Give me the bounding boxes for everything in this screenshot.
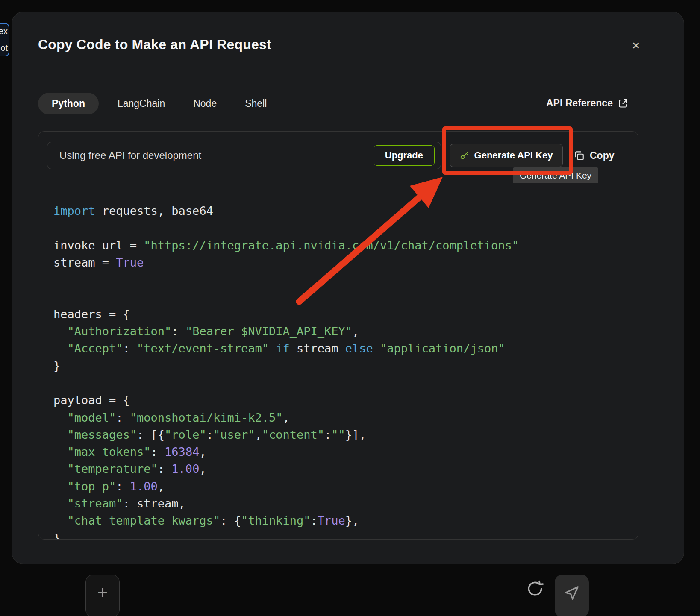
regenerate-button[interactable]	[524, 578, 546, 600]
close-icon: ×	[632, 38, 640, 53]
code-line: headers = {	[53, 306, 519, 323]
code-line: "messages": [{"role":"user","content":""…	[53, 426, 519, 443]
code-line	[53, 220, 519, 237]
code-line: "stream": stream,	[53, 495, 519, 512]
code-line: "chat_template_kwargs": {"thinking":True…	[53, 512, 519, 529]
code-line: "max_tokens": 16384,	[53, 443, 519, 461]
code-line: "temperature": 1.00,	[53, 461, 519, 478]
code-line: }	[53, 530, 519, 540]
code-line: payload = {	[53, 392, 519, 409]
background-text-fragment-2: ot	[0, 43, 8, 53]
tab-node[interactable]: Node	[184, 93, 226, 114]
generate-api-key-button[interactable]: Generate API Key	[450, 144, 563, 167]
modal-title: Copy Code to Make an API Request	[38, 37, 271, 53]
copy-icon	[574, 150, 585, 161]
code-panel: Using free API for development Upgrade G…	[38, 131, 638, 540]
api-request-modal: Copy Code to Make an API Request × Pytho…	[12, 12, 684, 564]
code-line: }	[53, 358, 519, 375]
code-block: import requests, base64 invoke_url = "ht…	[53, 202, 519, 540]
api-reference-label: API Reference	[546, 97, 613, 109]
generate-api-key-label: Generate API Key	[474, 150, 553, 161]
api-status-text: Using free API for development	[59, 150, 201, 161]
send-button[interactable]	[555, 575, 589, 616]
tab-shell[interactable]: Shell	[235, 93, 276, 114]
plus-icon: +	[97, 583, 108, 603]
code-line: "model": "moonshotai/kimi-k2.5",	[53, 409, 519, 426]
code-line: stream = True	[53, 254, 519, 271]
background-text-fragment-1: ex	[0, 26, 8, 36]
code-line: "Authorization": "Bearer $NVIDIA_API_KEY…	[53, 323, 519, 340]
tab-langchain[interactable]: LangChain	[108, 93, 174, 114]
copy-label: Copy	[590, 150, 615, 161]
key-icon	[460, 151, 469, 160]
api-reference-link[interactable]: API Reference	[546, 97, 628, 109]
tab-python[interactable]: Python	[38, 93, 99, 114]
refresh-icon	[526, 579, 544, 598]
copy-button[interactable]: Copy	[574, 148, 615, 163]
background-page-fragment: ex ot	[0, 23, 9, 56]
code-line: "top_p": 1.00,	[53, 478, 519, 495]
send-icon	[564, 585, 580, 601]
code-line: import requests, base64	[53, 202, 519, 220]
code-line: invoke_url = "https://integrate.api.nvid…	[53, 237, 519, 254]
code-line: "Accept": "text/event-stream" if stream …	[53, 340, 519, 357]
api-status-bar: Using free API for development Upgrade	[47, 142, 441, 169]
attach-button[interactable]: +	[85, 575, 120, 616]
external-link-icon	[618, 98, 628, 109]
language-tabs: Python LangChain Node Shell	[38, 93, 276, 114]
upgrade-button[interactable]: Upgrade	[374, 145, 435, 166]
code-line	[53, 271, 519, 288]
code-line	[53, 288, 519, 305]
code-line	[53, 375, 519, 392]
close-button[interactable]: ×	[626, 36, 645, 55]
generate-api-key-tooltip: Generate API Key	[513, 167, 598, 183]
